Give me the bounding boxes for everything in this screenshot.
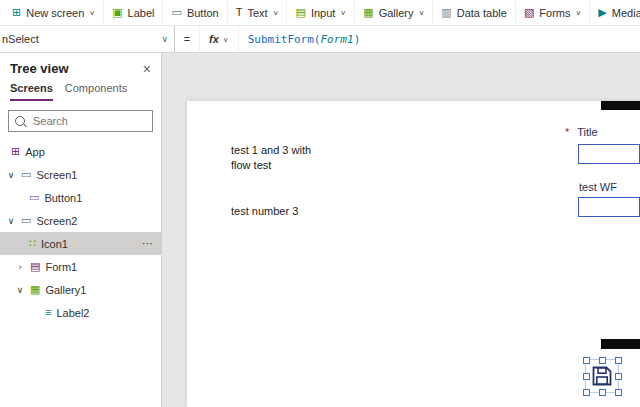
selection-handle[interactable] xyxy=(583,357,590,364)
tree-view-title: Tree view xyxy=(10,61,69,76)
screen-icon: ▭ xyxy=(21,169,31,180)
property-selector[interactable]: nSelect ∨ xyxy=(0,26,175,52)
new-screen-label: New screen xyxy=(26,7,84,19)
design-surface: test 1 and 3 with flow test test number … xyxy=(162,53,640,407)
chevron-down-icon[interactable]: ∨ xyxy=(15,285,25,295)
app-icon: ⊞ xyxy=(11,146,20,157)
tree-item-gallery1[interactable]: ∨ ▦ Gallery1 xyxy=(0,278,161,301)
screen-canvas[interactable]: test 1 and 3 with flow test test number … xyxy=(187,101,640,407)
gallery-icon: ▦ xyxy=(30,284,40,295)
search-icon xyxy=(15,116,25,126)
wf-text-input[interactable] xyxy=(578,197,640,217)
powerapps-studio: ⊞ New screen ∨ ▣ Label ▭ Button T Text ∨… xyxy=(0,0,640,407)
selection-handle[interactable] xyxy=(615,389,622,396)
form-icon: ▤ xyxy=(30,261,40,272)
chevron-down-icon[interactable]: ∨ xyxy=(6,170,16,180)
gallery-icon: ▦ xyxy=(363,7,373,18)
tab-screens[interactable]: Screens xyxy=(10,82,53,101)
label-icon: ≡ xyxy=(45,307,51,318)
search-input[interactable] xyxy=(31,114,146,128)
text-menu-button[interactable]: T Text ∨ xyxy=(228,0,288,25)
formula-function: SubmitForm( xyxy=(248,33,321,46)
selection-handle[interactable] xyxy=(583,389,590,396)
button-icon: ▭ xyxy=(29,192,39,203)
insert-label-button[interactable]: ▣ Label xyxy=(104,0,163,25)
ellipsis-menu-icon[interactable]: ⋯ xyxy=(142,237,153,250)
insert-label-label: Label xyxy=(128,7,155,19)
tree-item-screen2[interactable]: ∨ ▭ Screen2 xyxy=(0,209,161,232)
data-table-button[interactable]: ▥ Data table xyxy=(433,0,516,25)
required-asterisk: * xyxy=(565,126,569,138)
chevron-down-icon: ∨ xyxy=(89,9,95,17)
tree-view-header: Tree view × xyxy=(0,53,161,78)
save-icon xyxy=(590,364,614,388)
formula-bar: nSelect ∨ = fx ∨ SubmitForm(Form1) xyxy=(0,26,640,53)
gallery-menu-label: Gallery xyxy=(379,7,414,19)
tree-item-label: Form1 xyxy=(45,261,77,273)
close-icon[interactable]: × xyxy=(143,62,151,76)
fx-icon: fx xyxy=(209,33,219,45)
selection-handle[interactable] xyxy=(599,357,606,364)
screen-top-bar xyxy=(601,101,640,110)
input-menu-label: Input xyxy=(311,7,335,19)
selection-handle[interactable] xyxy=(615,357,622,364)
tree-item-label: App xyxy=(25,146,45,158)
selection-handle[interactable] xyxy=(599,389,606,396)
ribbon-toolbar: ⊞ New screen ∨ ▣ Label ▭ Button T Text ∨… xyxy=(0,0,640,26)
icon-control-icon: ∷ xyxy=(29,238,36,249)
formula-argument: Form1 xyxy=(321,33,354,46)
label-icon: ▣ xyxy=(112,7,122,18)
selected-save-icon-control[interactable] xyxy=(583,357,621,395)
tree-item-app[interactable]: ⊞ App xyxy=(0,140,161,163)
tree-item-label: Gallery1 xyxy=(45,284,86,296)
forms-icon: ▧ xyxy=(524,7,534,18)
tree-item-label2[interactable]: ≡ Label2 xyxy=(0,301,161,324)
chevron-down-icon[interactable]: ∨ xyxy=(6,216,16,226)
title-text-input[interactable] xyxy=(578,144,640,164)
chevron-down-icon: ∨ xyxy=(340,9,346,17)
canvas-text-label-1[interactable]: test 1 and 3 with flow test xyxy=(231,143,331,173)
insert-button-button[interactable]: ▭ Button xyxy=(163,0,227,25)
gallery-dark-bar xyxy=(601,339,640,349)
gallery-menu-button[interactable]: ▦ Gallery ∨ xyxy=(355,0,433,25)
button-icon: ▭ xyxy=(171,7,181,18)
selection-handle[interactable] xyxy=(615,373,622,380)
tree-view-panel: Tree view × Screens Components ⊞ App ∨ ▭ xyxy=(0,53,162,407)
tree-item-form1[interactable]: › ▤ Form1 xyxy=(0,255,161,278)
formula-input[interactable]: SubmitForm(Form1) xyxy=(239,26,361,52)
tree-item-list: ⊞ App ∨ ▭ Screen1 ▭ Button1 ∨ ▭ Screen2 xyxy=(0,138,161,407)
screen-icon: ▭ xyxy=(21,215,31,226)
insert-button-label: Button xyxy=(187,7,219,19)
text-menu-label: Text xyxy=(247,7,267,19)
media-menu-label: Media xyxy=(612,7,640,19)
tree-search-box[interactable] xyxy=(8,110,153,132)
media-menu-button[interactable]: ▶ Media ∨ xyxy=(590,0,640,25)
title-field-label[interactable]: Title xyxy=(577,126,597,138)
canvas-text-label-2[interactable]: test number 3 xyxy=(231,205,298,217)
fx-button[interactable]: fx ∨ xyxy=(200,26,239,52)
screen-plus-icon: ⊞ xyxy=(12,7,21,18)
forms-menu-label: Forms xyxy=(539,7,570,19)
tree-item-label: Screen2 xyxy=(36,215,77,227)
data-table-icon: ▥ xyxy=(441,7,451,18)
chevron-down-icon: ∨ xyxy=(418,9,424,17)
chevron-down-icon: ∨ xyxy=(273,9,279,17)
tree-item-button1[interactable]: ▭ Button1 xyxy=(0,186,161,209)
text-icon: T xyxy=(236,7,243,18)
main-area: Tree view × Screens Components ⊞ App ∨ ▭ xyxy=(0,53,640,407)
tree-item-screen1[interactable]: ∨ ▭ Screen1 xyxy=(0,163,161,186)
new-screen-button[interactable]: ⊞ New screen ∨ xyxy=(4,0,104,25)
formula-close-paren: ) xyxy=(354,33,361,46)
tree-item-label: Icon1 xyxy=(41,238,68,250)
selection-handle[interactable] xyxy=(583,373,590,380)
input-menu-button[interactable]: ▤ Input ∨ xyxy=(287,0,355,25)
wf-field-label[interactable]: test WF xyxy=(579,181,617,193)
chevron-right-icon[interactable]: › xyxy=(15,262,25,272)
property-selector-value: nSelect xyxy=(2,33,39,45)
forms-menu-button[interactable]: ▧ Forms ∨ xyxy=(516,0,590,25)
chevron-down-icon: ∨ xyxy=(161,34,168,44)
chevron-down-icon: ∨ xyxy=(575,9,581,17)
tab-components[interactable]: Components xyxy=(65,82,127,101)
tree-view-tabs: Screens Components xyxy=(0,78,161,101)
tree-item-icon1[interactable]: ∷ Icon1 ⋯ xyxy=(0,232,161,255)
